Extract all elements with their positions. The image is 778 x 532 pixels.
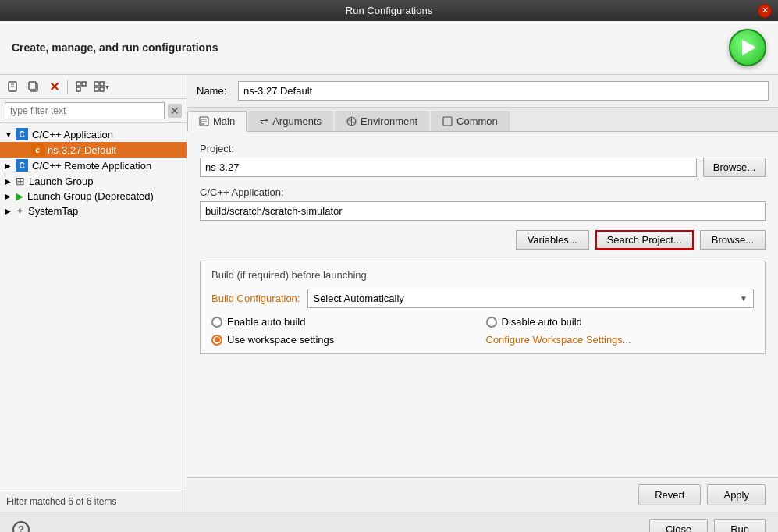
expand-arrow-icon: ▶ bbox=[5, 177, 16, 186]
tree-item-launch-group-deprecated[interactable]: ▶ ▶ Launch Group (Deprecated) bbox=[0, 189, 187, 204]
radio-disable-auto-build-circle bbox=[486, 317, 497, 328]
duplicate-config-button[interactable] bbox=[25, 78, 42, 95]
revert-button[interactable]: Revert bbox=[638, 484, 701, 505]
svg-rect-11 bbox=[100, 87, 104, 91]
ns327-icon: c bbox=[31, 144, 44, 156]
project-row: Browse... bbox=[200, 158, 766, 177]
build-config-select[interactable]: Select Automatically Debug Release bbox=[307, 289, 754, 308]
footer-actions: Close Run bbox=[649, 519, 766, 532]
run-button[interactable]: Run bbox=[714, 519, 766, 532]
tab-common[interactable]: Common bbox=[431, 111, 510, 131]
project-browse-button[interactable]: Browse... bbox=[703, 158, 766, 177]
close-icon[interactable]: ✕ bbox=[758, 4, 772, 18]
tree-item-label: C/C++ Application bbox=[32, 129, 113, 140]
tab-environment[interactable]: Environment bbox=[335, 111, 429, 131]
radio-use-workspace-settings-label: Use workspace settings bbox=[227, 334, 334, 346]
more-options-button[interactable]: ▾ bbox=[93, 78, 110, 95]
svg-rect-5 bbox=[76, 82, 80, 86]
project-label: Project: bbox=[200, 143, 766, 154]
left-toolbar: ✕ ▾ bbox=[0, 75, 187, 99]
main-layout: ✕ ▾ ✕ ▼ C C/C++ Application bbox=[0, 75, 778, 512]
header: Create, manage, and run configurations bbox=[0, 21, 778, 75]
project-input[interactable] bbox=[200, 158, 697, 177]
svg-rect-7 bbox=[76, 87, 80, 91]
configure-workspace-link-row: Configure Workspace Settings... bbox=[486, 334, 755, 346]
expand-arrow-icon: ▼ bbox=[5, 130, 16, 139]
run-header-button[interactable] bbox=[729, 29, 766, 66]
new-config-button[interactable] bbox=[5, 78, 22, 95]
cpp-remote-icon: C bbox=[16, 159, 28, 172]
launch-group-deprecated-icon: ▶ bbox=[16, 190, 23, 202]
tab-main[interactable]: Main bbox=[187, 111, 247, 132]
name-row: Name: bbox=[187, 75, 778, 108]
tree-item-label: C/C++ Remote Application bbox=[32, 160, 151, 172]
search-clear-button[interactable]: ✕ bbox=[168, 104, 182, 118]
tree-item-label: Launch Group (Deprecated) bbox=[27, 190, 154, 202]
tree-item-label: Launch Group bbox=[29, 176, 93, 187]
build-section-title: Build (if required) before launching bbox=[211, 269, 754, 281]
tree-item-label: ns-3.27 Default bbox=[48, 144, 116, 156]
footer: ? Close Run bbox=[0, 512, 778, 532]
search-box: ✕ bbox=[0, 99, 187, 123]
radio-enable-auto-build-label: Enable auto build bbox=[227, 316, 305, 328]
collapse-button[interactable] bbox=[73, 78, 90, 95]
name-label: Name: bbox=[197, 85, 232, 97]
svg-rect-6 bbox=[82, 82, 86, 86]
search-project-button[interactable]: Search Project... bbox=[595, 230, 694, 250]
title-bar: Run Configurations ✕ bbox=[0, 0, 778, 21]
radio-options-grid: Enable auto build Disable auto build Use… bbox=[211, 316, 754, 346]
close-button[interactable]: Close bbox=[649, 519, 708, 532]
launch-group-icon: ⊞ bbox=[16, 175, 25, 187]
tab-content-main: Project: Browse... C/C++ Application: Va… bbox=[187, 132, 778, 477]
cpp-app-actions: Variables... Search Project... Browse... bbox=[200, 230, 766, 250]
help-button[interactable]: ? bbox=[12, 521, 30, 533]
svg-rect-18 bbox=[443, 117, 452, 126]
cpp-app-label: C/C++ Application: bbox=[200, 186, 766, 198]
cpp-app-input[interactable] bbox=[200, 201, 766, 221]
tree-item-cpp-application-group[interactable]: ▼ C C/C++ Application bbox=[0, 126, 187, 142]
tree-item-systemtap[interactable]: ▶ ✦ SystemTap bbox=[0, 204, 187, 218]
expand-arrow-icon: ▶ bbox=[5, 161, 16, 170]
radio-use-workspace-settings[interactable]: Use workspace settings bbox=[211, 334, 480, 346]
svg-rect-9 bbox=[100, 82, 104, 86]
header-subtitle: Create, manage, and run configurations bbox=[12, 41, 218, 54]
apply-button[interactable]: Apply bbox=[707, 484, 766, 505]
name-input[interactable] bbox=[238, 81, 769, 101]
run-triangle-icon bbox=[742, 40, 756, 55]
toolbar-divider bbox=[67, 80, 68, 94]
build-config-label[interactable]: Build Configuration: bbox=[211, 293, 300, 304]
tab-bar: Main ⇌ Arguments Environment Common bbox=[187, 108, 778, 132]
build-config-row: Build Configuration: Select Automaticall… bbox=[211, 289, 754, 308]
cpp-app-input-row bbox=[200, 201, 766, 221]
radio-use-workspace-settings-circle bbox=[211, 335, 222, 346]
search-input[interactable] bbox=[5, 102, 165, 119]
cpp-app-icon: C bbox=[16, 128, 28, 140]
more-dropdown-icon: ▾ bbox=[105, 83, 109, 91]
svg-rect-10 bbox=[94, 87, 98, 91]
radio-disable-auto-build-label: Disable auto build bbox=[502, 316, 582, 328]
tree-item-label: SystemTap bbox=[28, 205, 78, 217]
configure-workspace-link[interactable]: Configure Workspace Settings... bbox=[486, 334, 631, 346]
environment-tab-icon bbox=[346, 116, 357, 126]
tree-item-ns327-default[interactable]: c ns-3.27 Default bbox=[0, 142, 187, 158]
variables-button[interactable]: Variables... bbox=[516, 230, 589, 250]
cpp-app-browse-button[interactable]: Browse... bbox=[700, 230, 766, 250]
systemtap-icon: ✦ bbox=[16, 205, 24, 217]
build-section: Build (if required) before launching Bui… bbox=[200, 261, 766, 354]
configuration-tree: ▼ C C/C++ Application c ns-3.27 Default … bbox=[0, 123, 187, 491]
svg-rect-4 bbox=[29, 82, 36, 90]
right-panel: Name: Main ⇌ Arguments Environment Commo… bbox=[187, 75, 778, 512]
common-tab-icon bbox=[442, 116, 453, 126]
tab-arguments[interactable]: ⇌ Arguments bbox=[248, 111, 333, 131]
radio-enable-auto-build[interactable]: Enable auto build bbox=[211, 316, 480, 328]
delete-config-button[interactable]: ✕ bbox=[45, 78, 62, 95]
radio-enable-auto-build-circle bbox=[211, 317, 222, 328]
expand-arrow-icon: ▶ bbox=[5, 192, 16, 200]
tree-item-launch-group[interactable]: ▶ ⊞ Launch Group bbox=[0, 173, 187, 189]
arguments-tab-icon: ⇌ bbox=[260, 115, 268, 127]
radio-disable-auto-build[interactable]: Disable auto build bbox=[486, 316, 755, 328]
tab-environment-label: Environment bbox=[361, 115, 417, 127]
filter-status: Filter matched 6 of 6 items bbox=[0, 491, 187, 512]
tree-item-cpp-remote-application[interactable]: ▶ C C/C++ Remote Application bbox=[0, 158, 187, 173]
tab-main-label: Main bbox=[213, 115, 235, 127]
